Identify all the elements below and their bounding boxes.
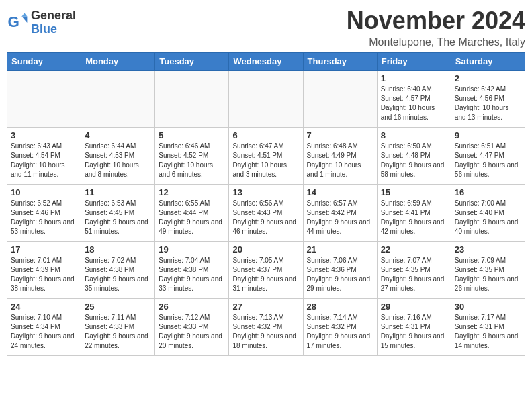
- calendar-cell: 1Sunrise: 6:40 AM Sunset: 4:57 PM Daylig…: [377, 71, 451, 128]
- calendar-week-row: 10Sunrise: 6:52 AM Sunset: 4:46 PM Dayli…: [7, 185, 525, 242]
- calendar-cell: 4Sunrise: 6:44 AM Sunset: 4:53 PM Daylig…: [81, 128, 155, 185]
- calendar-cell: 12Sunrise: 6:55 AM Sunset: 4:44 PM Dayli…: [155, 185, 229, 242]
- calendar-header-tuesday: Tuesday: [155, 53, 229, 71]
- calendar-cell: 11Sunrise: 6:53 AM Sunset: 4:45 PM Dayli…: [81, 185, 155, 242]
- day-number: 25: [85, 302, 151, 312]
- calendar-cell: 28Sunrise: 7:14 AM Sunset: 4:32 PM Dayli…: [303, 299, 377, 356]
- day-info: Sunrise: 6:43 AM Sunset: 4:54 PM Dayligh…: [11, 142, 77, 179]
- calendar-cell: 7Sunrise: 6:48 AM Sunset: 4:49 PM Daylig…: [303, 128, 377, 185]
- day-info: Sunrise: 7:00 AM Sunset: 4:40 PM Dayligh…: [455, 199, 521, 236]
- day-number: 21: [307, 244, 373, 255]
- day-info: Sunrise: 6:53 AM Sunset: 4:45 PM Dayligh…: [85, 199, 151, 236]
- day-number: 29: [381, 302, 447, 312]
- logo-icon: G: [7, 12, 28, 34]
- day-number: 15: [381, 187, 447, 197]
- day-info: Sunrise: 7:05 AM Sunset: 4:37 PM Dayligh…: [232, 256, 299, 293]
- day-info: Sunrise: 6:59 AM Sunset: 4:41 PM Dayligh…: [381, 199, 447, 236]
- calendar-header-sunday: Sunday: [7, 53, 81, 71]
- title-area: November 2024 Montelupone, The Marches, …: [347, 7, 525, 48]
- day-number: 10: [11, 187, 77, 197]
- day-info: Sunrise: 7:16 AM Sunset: 4:31 PM Dayligh…: [381, 313, 447, 351]
- calendar-week-row: 3Sunrise: 6:43 AM Sunset: 4:54 PM Daylig…: [7, 128, 525, 185]
- day-info: Sunrise: 7:06 AM Sunset: 4:36 PM Dayligh…: [307, 256, 373, 293]
- day-info: Sunrise: 6:52 AM Sunset: 4:46 PM Dayligh…: [11, 199, 77, 236]
- day-info: Sunrise: 6:44 AM Sunset: 4:53 PM Dayligh…: [85, 142, 151, 179]
- day-number: 28: [307, 302, 373, 312]
- calendar-cell: 25Sunrise: 7:11 AM Sunset: 4:33 PM Dayli…: [81, 299, 155, 356]
- logo: G General Blue: [7, 9, 76, 36]
- day-info: Sunrise: 7:12 AM Sunset: 4:33 PM Dayligh…: [159, 313, 225, 351]
- calendar-cell: 9Sunrise: 6:51 AM Sunset: 4:47 PM Daylig…: [451, 128, 525, 185]
- day-info: Sunrise: 6:42 AM Sunset: 4:56 PM Dayligh…: [455, 85, 521, 122]
- day-number: 13: [232, 187, 299, 197]
- calendar-header-monday: Monday: [81, 53, 155, 71]
- svg-text:G: G: [8, 13, 19, 30]
- day-info: Sunrise: 6:57 AM Sunset: 4:42 PM Dayligh…: [307, 199, 373, 236]
- calendar-cell: [7, 71, 81, 128]
- calendar-header-wednesday: Wednesday: [229, 53, 303, 71]
- calendar-cell: 30Sunrise: 7:17 AM Sunset: 4:31 PM Dayli…: [451, 299, 525, 356]
- day-number: 22: [381, 244, 447, 255]
- calendar-cell: 26Sunrise: 7:12 AM Sunset: 4:33 PM Dayli…: [155, 299, 229, 356]
- day-info: Sunrise: 6:47 AM Sunset: 4:51 PM Dayligh…: [232, 142, 299, 179]
- calendar-week-row: 24Sunrise: 7:10 AM Sunset: 4:34 PM Dayli…: [7, 299, 525, 356]
- calendar-week-row: 1Sunrise: 6:40 AM Sunset: 4:57 PM Daylig…: [7, 71, 525, 128]
- day-info: Sunrise: 6:48 AM Sunset: 4:49 PM Dayligh…: [307, 142, 373, 179]
- calendar-cell: 29Sunrise: 7:16 AM Sunset: 4:31 PM Dayli…: [377, 299, 451, 356]
- calendar-cell: [229, 71, 303, 128]
- day-info: Sunrise: 7:11 AM Sunset: 4:33 PM Dayligh…: [85, 313, 151, 351]
- day-info: Sunrise: 7:13 AM Sunset: 4:32 PM Dayligh…: [232, 313, 299, 351]
- calendar-cell: 15Sunrise: 6:59 AM Sunset: 4:41 PM Dayli…: [377, 185, 451, 242]
- day-info: Sunrise: 7:14 AM Sunset: 4:32 PM Dayligh…: [307, 313, 373, 351]
- calendar-cell: 16Sunrise: 7:00 AM Sunset: 4:40 PM Dayli…: [451, 185, 525, 242]
- day-info: Sunrise: 6:56 AM Sunset: 4:43 PM Dayligh…: [232, 199, 299, 236]
- day-number: 7: [307, 130, 373, 140]
- day-info: Sunrise: 6:50 AM Sunset: 4:48 PM Dayligh…: [381, 142, 447, 179]
- day-number: 12: [159, 187, 225, 197]
- header: G General Blue November 2024 Montelupone…: [7, 7, 525, 48]
- calendar-cell: 24Sunrise: 7:10 AM Sunset: 4:34 PM Dayli…: [7, 299, 81, 356]
- logo-blue-text: Blue: [31, 23, 76, 36]
- day-number: 24: [11, 302, 77, 312]
- day-number: 16: [455, 187, 521, 197]
- day-number: 20: [232, 244, 299, 255]
- calendar-week-row: 17Sunrise: 7:01 AM Sunset: 4:39 PM Dayli…: [7, 242, 525, 299]
- calendar-cell: 2Sunrise: 6:42 AM Sunset: 4:56 PM Daylig…: [451, 71, 525, 128]
- calendar-cell: [155, 71, 229, 128]
- calendar-header-thursday: Thursday: [303, 53, 377, 71]
- day-number: 6: [232, 130, 299, 140]
- day-info: Sunrise: 7:09 AM Sunset: 4:35 PM Dayligh…: [455, 256, 521, 293]
- calendar-table: SundayMondayTuesdayWednesdayThursdayFrid…: [7, 52, 525, 356]
- svg-marker-2: [21, 13, 27, 16]
- calendar-header-row: SundayMondayTuesdayWednesdayThursdayFrid…: [7, 53, 525, 71]
- day-info: Sunrise: 6:55 AM Sunset: 4:44 PM Dayligh…: [159, 199, 225, 236]
- day-info: Sunrise: 7:07 AM Sunset: 4:35 PM Dayligh…: [381, 256, 447, 293]
- day-number: 4: [85, 130, 151, 140]
- svg-marker-1: [21, 16, 27, 23]
- day-number: 3: [11, 130, 77, 140]
- calendar-cell: [81, 71, 155, 128]
- day-number: 8: [381, 130, 447, 140]
- day-info: Sunrise: 7:17 AM Sunset: 4:31 PM Dayligh…: [455, 313, 521, 351]
- day-number: 23: [455, 244, 521, 255]
- calendar-cell: [303, 71, 377, 128]
- calendar-cell: 3Sunrise: 6:43 AM Sunset: 4:54 PM Daylig…: [7, 128, 81, 185]
- location-subtitle: Montelupone, The Marches, Italy: [347, 36, 525, 48]
- calendar-cell: 13Sunrise: 6:56 AM Sunset: 4:43 PM Dayli…: [229, 185, 303, 242]
- day-number: 11: [85, 187, 151, 197]
- calendar-cell: 21Sunrise: 7:06 AM Sunset: 4:36 PM Dayli…: [303, 242, 377, 299]
- calendar-cell: 20Sunrise: 7:05 AM Sunset: 4:37 PM Dayli…: [229, 242, 303, 299]
- calendar-cell: 23Sunrise: 7:09 AM Sunset: 4:35 PM Dayli…: [451, 242, 525, 299]
- calendar-cell: 18Sunrise: 7:02 AM Sunset: 4:38 PM Dayli…: [81, 242, 155, 299]
- calendar-cell: 8Sunrise: 6:50 AM Sunset: 4:48 PM Daylig…: [377, 128, 451, 185]
- day-info: Sunrise: 7:02 AM Sunset: 4:38 PM Dayligh…: [85, 256, 151, 293]
- day-number: 27: [232, 302, 299, 312]
- calendar-cell: 10Sunrise: 6:52 AM Sunset: 4:46 PM Dayli…: [7, 185, 81, 242]
- day-info: Sunrise: 6:46 AM Sunset: 4:52 PM Dayligh…: [159, 142, 225, 179]
- day-number: 5: [159, 130, 225, 140]
- calendar-cell: 14Sunrise: 6:57 AM Sunset: 4:42 PM Dayli…: [303, 185, 377, 242]
- calendar-header-saturday: Saturday: [451, 53, 525, 71]
- day-info: Sunrise: 7:04 AM Sunset: 4:38 PM Dayligh…: [159, 256, 225, 293]
- calendar-cell: 27Sunrise: 7:13 AM Sunset: 4:32 PM Dayli…: [229, 299, 303, 356]
- day-number: 18: [85, 244, 151, 255]
